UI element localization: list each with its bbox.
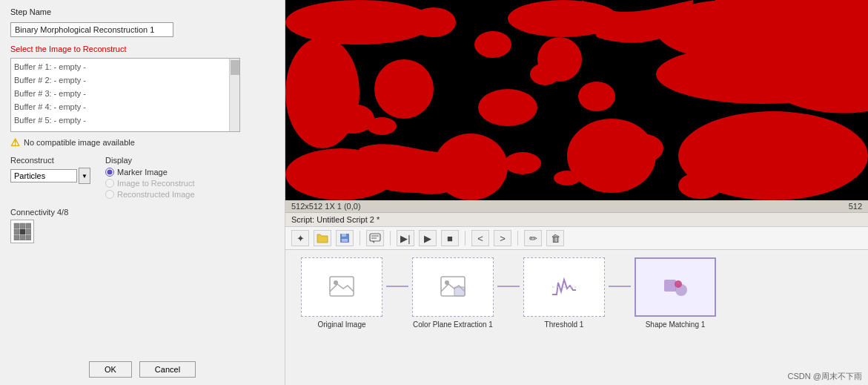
svg-rect-7 <box>20 235 25 240</box>
node-original-image[interactable]: Original Image <box>297 257 386 329</box>
node-label-color: Color Plane Extraction 1 <box>413 320 493 329</box>
reconstruct-group: Reconstruct Particles Holes ▼ <box>10 156 90 199</box>
connector-3 <box>609 286 631 287</box>
buffer-list[interactable]: Buffer # 1: - empty -Buffer # 2: - empty… <box>10 58 240 132</box>
threshold-icon <box>549 272 579 302</box>
svg-rect-16 <box>330 277 354 296</box>
bottom-controls: Reconstruct Particles Holes ▼ Display Ma… <box>10 156 274 199</box>
save-icon <box>339 233 350 243</box>
shape-match-svg-icon <box>662 274 689 300</box>
node-shape-matching[interactable]: Shape Matching 1 <box>631 257 720 329</box>
step-name-input[interactable] <box>10 22 173 37</box>
node-color-plane-extraction[interactable]: Color Plane Extraction 1 <box>408 257 497 329</box>
scrollbar-track[interactable] <box>229 59 239 131</box>
radio-image-to-reconstruct: Image to Reconstruct <box>105 179 195 188</box>
svg-rect-11 <box>342 239 348 242</box>
connectivity-button[interactable] <box>10 220 34 243</box>
binary-image-canvas <box>285 0 868 200</box>
buffer-list-inner: Buffer # 1: - empty -Buffer # 2: - empty… <box>14 60 236 127</box>
script-nodes-area: Original Image <box>285 250 868 385</box>
radio-reconstructed-input[interactable] <box>105 190 114 199</box>
image-svg-icon <box>328 274 355 300</box>
radio-reconstruct-input[interactable] <box>105 179 114 188</box>
image-status-right: 512 <box>849 202 862 211</box>
display-group: Display Marker Image Image to Reconstruc… <box>105 156 195 199</box>
prev-button[interactable]: < <box>471 230 489 246</box>
separator-4 <box>517 231 518 246</box>
comment-icon <box>369 233 381 243</box>
connectivity-label: Connectivity 4/8 <box>10 208 274 217</box>
folder-button[interactable] <box>314 230 331 246</box>
save-button[interactable] <box>336 230 354 246</box>
select-image-label: Select the Image to Reconstruct <box>10 45 274 53</box>
reconstruct-select: Particles Holes ▼ <box>10 168 90 184</box>
script-panel: Script: Untitled Script 2 * ✦ <box>285 213 868 385</box>
folder-icon <box>317 233 328 243</box>
script-title-bar: Script: Untitled Script 2 * <box>285 213 868 227</box>
display-options: Marker Image Image to Reconstruct Recons… <box>105 168 195 199</box>
svg-rect-6 <box>14 235 19 240</box>
image-status-bar: 512x512 1X 1 (0,0) 512 <box>285 200 868 213</box>
svg-rect-4 <box>20 229 25 234</box>
node-label-shape: Shape Matching 1 <box>646 320 706 329</box>
radio-marker-image: Marker Image <box>105 168 195 177</box>
radio-marker-input[interactable] <box>105 168 114 177</box>
asterisk-button[interactable]: ✦ <box>291 230 309 246</box>
radio-reconstructed-image: Reconstructed Image <box>105 190 195 199</box>
threshold-svg-icon <box>551 274 577 300</box>
svg-rect-1 <box>20 223 25 228</box>
image-display-area <box>285 0 868 200</box>
connector-1 <box>386 286 408 287</box>
svg-rect-12 <box>370 234 380 241</box>
color-extract-icon <box>438 272 468 302</box>
svg-rect-5 <box>26 229 31 234</box>
radio-marker-label: Marker Image <box>117 168 168 177</box>
node-label-original: Original Image <box>317 320 365 329</box>
comment-button[interactable] <box>366 230 384 246</box>
separator-1 <box>360 231 360 246</box>
svg-rect-0 <box>14 223 19 228</box>
next-button[interactable]: > <box>494 230 511 246</box>
display-label: Display <box>105 156 195 165</box>
node-threshold[interactable]: Threshold 1 <box>520 257 609 329</box>
warning-text: No compatible image available <box>24 138 135 147</box>
radio-reconstructed-label: Reconstructed Image <box>117 190 195 199</box>
warning-row: ⚠ No compatible image available <box>10 136 274 148</box>
svg-rect-3 <box>14 229 19 234</box>
reconstruct-dropdown[interactable]: Particles Holes <box>10 169 77 182</box>
node-label-threshold: Threshold 1 <box>545 320 584 329</box>
delete-button[interactable]: 🗑 <box>546 230 564 246</box>
run-step-button[interactable]: ▶| <box>397 230 414 246</box>
warning-icon: ⚠ <box>10 136 20 148</box>
separator-2 <box>390 231 391 246</box>
main-container: Step Name Select the Image to Reconstruc… <box>0 0 868 385</box>
right-panel: 512x512 1X 1 (0,0) 512 Script: Untitled … <box>285 0 868 385</box>
node-box-shape <box>635 257 716 317</box>
node-box-threshold <box>523 257 605 317</box>
color-extract-svg-icon <box>440 274 466 300</box>
reconstruct-label: Reconstruct <box>10 156 90 165</box>
left-panel: Step Name Select the Image to Reconstruc… <box>0 0 285 385</box>
connectivity-grid-icon <box>13 223 31 240</box>
ok-button[interactable]: OK <box>89 361 132 378</box>
separator-3 <box>465 231 466 246</box>
node-box-original <box>301 257 382 317</box>
svg-rect-20 <box>454 287 465 296</box>
script-toolbar: ✦ <box>285 227 868 250</box>
svg-rect-8 <box>26 235 31 240</box>
node-box-color <box>412 257 494 317</box>
svg-rect-10 <box>342 234 346 237</box>
svg-point-24 <box>675 280 682 288</box>
cancel-button[interactable]: Cancel <box>139 361 196 378</box>
radio-reconstruct-label: Image to Reconstruct <box>117 179 195 188</box>
svg-rect-22 <box>664 280 676 292</box>
run-button[interactable]: ▶ <box>419 230 437 246</box>
stop-button[interactable]: ■ <box>441 230 459 246</box>
edit-button[interactable]: ✏ <box>524 230 542 246</box>
original-image-icon <box>327 272 357 302</box>
shape-match-icon <box>660 272 690 302</box>
scrollbar-thumb <box>231 60 239 75</box>
dropdown-arrow-icon[interactable]: ▼ <box>79 168 90 184</box>
watermark: CSDN @周末不下雨 <box>788 371 862 382</box>
connectivity-section: Connectivity 4/8 <box>10 208 274 243</box>
